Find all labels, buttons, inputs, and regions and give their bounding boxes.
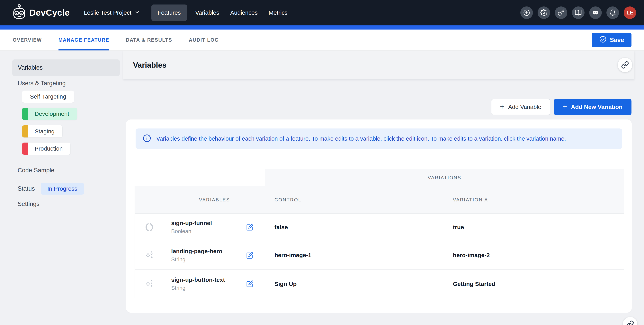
variation-a-column-header: VARIATION A [444, 186, 624, 214]
table-row-variable-cell: landing-page-hero String [164, 241, 265, 270]
check-circle-icon [599, 35, 607, 44]
tab-data-results[interactable]: DATA & RESULTS [126, 29, 172, 50]
variation-a-value-cell: hero-image-2 [444, 241, 624, 270]
project-switcher[interactable]: Leslie Test Project [84, 9, 140, 16]
variation-a-value-cell: true [444, 214, 624, 241]
nav-item-audiences[interactable]: Audiences [225, 4, 263, 21]
app: DevCycle Leslie Test Project Features Va… [0, 0, 644, 325]
page-title: Variables [133, 61, 166, 69]
devcycle-robot-icon [12, 4, 26, 21]
chevron-down-icon [134, 9, 140, 16]
primary-nav: Features Variables Audiences Metrics [152, 4, 293, 21]
variable-type: Boolean [171, 228, 246, 235]
sidebar-item-status[interactable]: Status In Progress [18, 183, 84, 195]
boolean-icon [134, 214, 164, 241]
production-label: Production [35, 145, 62, 152]
add-new-variation-button[interactable]: + Add New Variation [554, 99, 632, 115]
edit-icon[interactable] [246, 280, 254, 288]
brand-name: DevCycle [29, 8, 70, 18]
content: Variables Users & Targeting Self-Targeti… [0, 51, 644, 325]
control-value-cell: hero-image-1 [265, 241, 444, 270]
icon-column-header [134, 186, 164, 214]
nav-item-features[interactable]: Features [152, 4, 187, 21]
add-variable-label: Add Variable [508, 104, 541, 110]
nav-utilities: LE [520, 6, 636, 19]
table-row-variable-cell: sign-up-funnel Boolean [164, 214, 265, 241]
sparkle-icon [134, 241, 164, 270]
discord-icon[interactable] [589, 6, 602, 19]
tab-overview[interactable]: OVERVIEW [13, 29, 42, 50]
nav-item-metrics[interactable]: Metrics [263, 4, 293, 21]
variable-name[interactable]: sign-up-button-text [171, 277, 246, 283]
sidebar-item-code-sample[interactable]: Code Sample [18, 166, 54, 175]
main-panel: Variables + Add Variable + Add New Varia… [123, 51, 644, 325]
development-color-bar [22, 108, 28, 120]
table-row-variable-cell: sign-up-button-text String [164, 270, 265, 298]
status-badge: In Progress [41, 183, 84, 195]
save-button[interactable]: Save [592, 33, 632, 47]
control-column-header: CONTROL [265, 186, 444, 214]
top-nav: DevCycle Leslie Test Project Features Va… [0, 0, 644, 25]
save-label: Save [610, 36, 624, 44]
info-icon [142, 134, 151, 143]
sidebar-item-variables[interactable]: Variables [12, 59, 120, 76]
sidebar-item-users-targeting[interactable]: Users & Targeting [18, 79, 66, 87]
plus-icon: + [563, 103, 567, 110]
user-avatar[interactable]: LE [624, 6, 636, 19]
status-label: Status [18, 185, 35, 192]
plus-circle-icon[interactable] [520, 6, 533, 19]
plus-icon: + [500, 103, 504, 110]
sidebar-item-settings[interactable]: Settings [18, 200, 40, 208]
next-section-link-icon[interactable] [623, 317, 637, 325]
self-targeting-label: Self-Targeting [30, 93, 66, 100]
tab-audit-log[interactable]: AUDIT LOG [189, 29, 219, 50]
key-icon[interactable] [555, 6, 567, 19]
development-label: Development [35, 110, 69, 117]
variables-column-header: VARIABLES [164, 186, 265, 214]
variation-a-value-cell: Getting Started [444, 270, 624, 298]
feature-sidebar: Variables Users & Targeting Self-Targeti… [0, 51, 123, 325]
control-value-cell: false [265, 214, 444, 241]
production-color-bar [22, 143, 28, 155]
variable-name[interactable]: sign-up-funnel [171, 220, 246, 226]
nav-item-variables[interactable]: Variables [190, 4, 225, 21]
control-value-cell: Sign Up [265, 270, 444, 298]
brand-logo[interactable]: DevCycle [12, 4, 70, 21]
table-actions: + Add Variable + Add New Variation [123, 99, 632, 115]
table-corner-spacer [134, 169, 265, 186]
project-name: Leslie Test Project [84, 9, 132, 16]
sidebar-item-self-targeting[interactable]: Self-Targeting [22, 90, 74, 103]
variable-name[interactable]: landing-page-hero [171, 248, 246, 255]
sparkle-icon [134, 270, 164, 298]
progress-bar [0, 25, 644, 29]
section-link-icon[interactable] [618, 58, 632, 72]
add-variable-button[interactable]: + Add Variable [491, 99, 550, 115]
variable-type: String [171, 285, 246, 291]
variables-table: VARIATIONS VARIABLES CONTROL VARIATION A [134, 169, 624, 298]
variable-type: String [171, 256, 246, 263]
section-header: Variables [123, 51, 634, 79]
variations-group-header: VARIATIONS [265, 169, 624, 186]
add-new-variation-label: Add New Variation [571, 104, 622, 110]
staging-color-bar [22, 125, 28, 137]
tab-manage-feature[interactable]: MANAGE FEATURE [58, 29, 109, 50]
gear-icon[interactable] [538, 6, 550, 19]
sidebar-item-production[interactable]: Production [22, 143, 70, 155]
info-banner: Variables define the behaviour of each v… [136, 128, 622, 149]
edit-icon[interactable] [246, 224, 254, 231]
sidebar-item-development[interactable]: Development [22, 108, 77, 120]
info-banner-text: Variables define the behaviour of each v… [156, 135, 566, 142]
bell-icon[interactable] [606, 6, 619, 19]
sidebar-item-staging[interactable]: Staging [22, 125, 62, 137]
feature-tab-bar: OVERVIEW MANAGE FEATURE DATA & RESULTS A… [0, 29, 644, 51]
book-icon[interactable] [572, 6, 584, 19]
variables-card: Variables define the behaviour of each v… [126, 119, 632, 313]
staging-label: Staging [35, 128, 54, 135]
edit-icon[interactable] [246, 252, 254, 259]
